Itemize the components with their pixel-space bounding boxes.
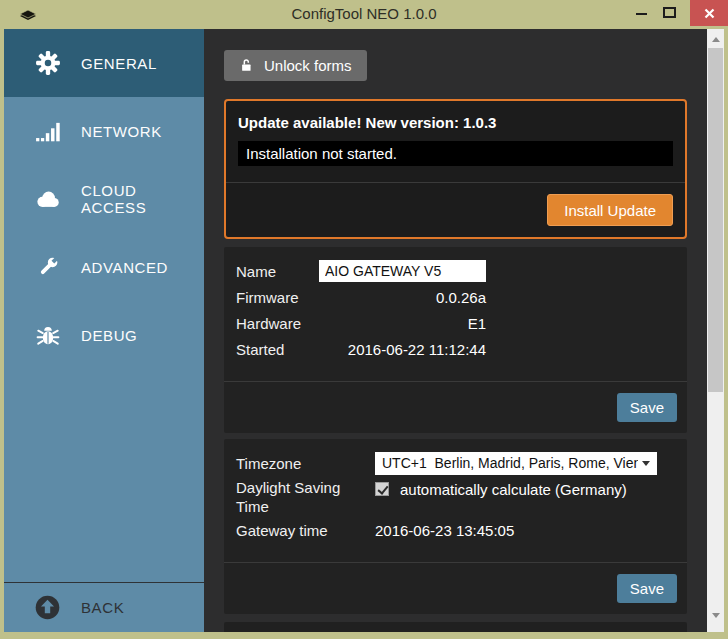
back-arrow-icon: [34, 594, 61, 621]
install-update-button[interactable]: Install Update: [547, 194, 673, 226]
sidebar-item-cloud-access[interactable]: CLOUD ACCESS: [4, 165, 204, 233]
back-label: BACK: [81, 599, 124, 616]
sidebar-item-label: DEBUG: [81, 327, 137, 344]
maximize-icon[interactable]: [663, 7, 676, 18]
dst-checkbox[interactable]: [375, 482, 389, 496]
form-row-name: Name: [236, 259, 675, 283]
started-label: Started: [236, 341, 319, 358]
cloud-icon: [34, 186, 61, 213]
wrench-icon: [34, 254, 61, 281]
form-row-firmware: Firmware 0.0.26a: [236, 285, 675, 309]
sidebar-spacer: [4, 369, 204, 582]
name-input[interactable]: [319, 260, 486, 282]
bug-icon: [34, 322, 61, 349]
sidebar-item-label: GENERAL: [81, 55, 157, 72]
sidebar-item-network[interactable]: NETWORK: [4, 97, 204, 165]
sidebar-item-label: ADVANCED: [81, 259, 168, 276]
titlebar: ConfigTool NEO 1.0.0: [0, 0, 728, 29]
gear-icon: [34, 50, 61, 77]
next-panel-partial: [224, 622, 687, 632]
chevron-down-icon: [642, 461, 650, 466]
form-row-started: Started 2016-06-22 11:12:44: [236, 337, 675, 361]
update-title: Update available! New version: 1.0.3: [238, 114, 673, 131]
device-form-panel: Name Firmware 0.0.26a Hardware E1 Starte…: [224, 247, 687, 433]
gateway-time-label: Gateway time: [236, 522, 375, 539]
dst-option-label: automatically calculate (Germany): [400, 480, 627, 499]
minimize-icon[interactable]: [636, 13, 647, 15]
gateway-time-value: 2016-06-23 13:45:05: [375, 522, 514, 539]
unlock-forms-label: Unlock forms: [264, 57, 352, 74]
firmware-label: Firmware: [236, 289, 319, 306]
update-panel: Update available! New version: 1.0.3 Ins…: [224, 99, 687, 239]
sidebar: GENERAL NETWORK: [4, 29, 204, 632]
update-panel-footer: Install Update: [226, 182, 685, 237]
firmware-value: 0.0.26a: [319, 289, 486, 306]
scrollbar-up-icon[interactable]: [707, 31, 724, 48]
sidebar-item-label: NETWORK: [81, 123, 162, 140]
sidebar-item-general[interactable]: GENERAL: [4, 29, 204, 97]
time-save-button[interactable]: Save: [617, 574, 677, 603]
sidebar-item-back[interactable]: BACK: [4, 582, 204, 632]
hardware-value: E1: [319, 315, 486, 332]
time-form-footer: Save: [224, 562, 687, 614]
update-panel-body: Update available! New version: 1.0.3 Ins…: [226, 101, 685, 182]
sidebar-item-advanced[interactable]: ADVANCED: [4, 233, 204, 301]
started-value: 2016-06-22 11:12:44: [319, 341, 486, 358]
hardware-label: Hardware: [236, 315, 319, 332]
timezone-selected-value: UTC+1 Berlin, Madrid, Paris, Rome, Vienn…: [382, 455, 638, 471]
time-form-panel: Timezone UTC+1 Berlin, Madrid, Paris, Ro…: [224, 439, 687, 614]
name-label: Name: [236, 263, 319, 280]
scrollbar-down-icon[interactable]: [707, 607, 724, 624]
signal-bars-icon: [34, 118, 61, 145]
sidebar-item-debug[interactable]: DEBUG: [4, 301, 204, 369]
timezone-label: Timezone: [236, 455, 375, 472]
unlock-forms-button[interactable]: Unlock forms: [224, 50, 367, 81]
window-title: ConfigTool NEO 1.0.0: [0, 0, 728, 29]
unlock-icon: [239, 58, 254, 73]
vertical-scrollbar[interactable]: [707, 29, 724, 632]
timezone-select[interactable]: UTC+1 Berlin, Madrid, Paris, Rome, Vienn…: [375, 452, 657, 475]
device-form-footer: Save: [224, 381, 687, 433]
device-save-button[interactable]: Save: [617, 393, 677, 422]
form-row-timezone: Timezone UTC+1 Berlin, Madrid, Paris, Ro…: [236, 451, 675, 475]
sidebar-item-label: CLOUD ACCESS: [81, 182, 204, 216]
form-row-hardware: Hardware E1: [236, 311, 675, 335]
update-status-field: Installation not started.: [238, 141, 673, 166]
form-row-dst: Daylight Saving Time automatically calcu…: [236, 477, 675, 516]
dst-label: Daylight Saving Time: [236, 477, 375, 516]
form-row-gateway-time: Gateway time 2016-06-23 13:45:05: [236, 518, 675, 542]
app-window: ConfigTool NEO 1.0.0: [0, 0, 728, 639]
main-content: Unlock forms Update available! New versi…: [204, 29, 707, 632]
close-icon[interactable]: [690, 0, 728, 26]
scrollbar-thumb[interactable]: [708, 48, 723, 392]
